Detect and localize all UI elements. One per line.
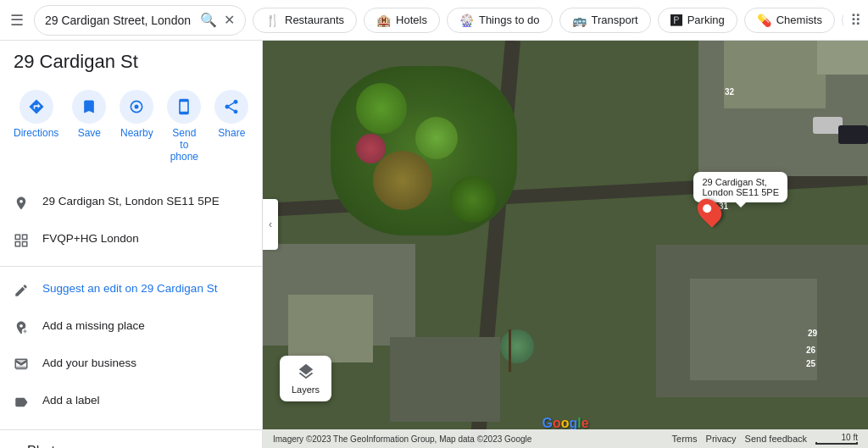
chemists-icon: 💊 [757, 14, 771, 27]
nearby-button[interactable]: Nearby [113, 86, 160, 166]
svg-rect-3 [23, 235, 27, 239]
send-to-phone-button[interactable]: Send tophone [160, 86, 208, 166]
divider-2 [0, 266, 262, 267]
plus-code-text: FVQP+HG London [42, 232, 139, 245]
action-buttons: Directions Save Nearby Send tophone [0, 80, 262, 169]
close-icon[interactable]: ✕ [224, 12, 235, 28]
directions-label: Directions [14, 127, 58, 139]
svg-rect-4 [15, 242, 19, 246]
add-business-item[interactable]: Add your business [0, 348, 262, 385]
filter-tab-chemists[interactable]: 💊 Chemists [744, 8, 835, 33]
left-panel: 29 Cardigan St Directions Save Nearby [0, 41, 263, 448]
nearby-label: Nearby [120, 127, 153, 139]
photos-section-title: Photos [14, 434, 83, 448]
add-label-text: Add a label [42, 394, 100, 407]
save-label: Save [78, 127, 101, 139]
filter-tab-hotels[interactable]: 🏨 Hotels [364, 8, 440, 33]
send-to-phone-label: Send tophone [167, 127, 201, 163]
share-button[interactable]: Share [208, 86, 255, 166]
terms-link[interactable]: Terms [672, 434, 698, 444]
nearby-icon [120, 90, 153, 124]
directions-icon [19, 90, 53, 124]
map-label-25: 25 [806, 359, 815, 368]
top-bar: ☰ 🔍 ✕ 🍴 Restaurants 🏨 Hotels 🎡 Things to… [0, 0, 868, 41]
add-missing-place-text: Add a missing place [42, 319, 145, 332]
suggest-edit-text: Suggest an edit on 29 Cardigan St [42, 282, 217, 295]
filter-tab-transport[interactable]: 🚌 Transport [559, 8, 651, 33]
info-list: 29 Cardigan St, London SE11 5PE FVQP+HG … [0, 183, 262, 448]
address-item[interactable]: 29 Cardigan St, London SE11 5PE [0, 186, 262, 224]
layers-label: Layers [292, 384, 320, 395]
hotels-icon: 🏨 [376, 14, 391, 27]
search-icon[interactable]: 🔍 [200, 12, 217, 28]
layers-button[interactable]: Layers [280, 356, 331, 401]
send-to-phone-icon [167, 90, 201, 124]
restaurants-icon: 🍴 [265, 14, 280, 27]
plus-code-item[interactable]: FVQP+HG London [0, 224, 262, 259]
transport-icon: 🚌 [572, 14, 587, 27]
filter-tab-restaurants[interactable]: 🍴 Restaurants [253, 8, 357, 33]
scale-line [815, 442, 858, 445]
save-icon [72, 90, 106, 124]
place-title: 29 Cardigan St [0, 41, 262, 80]
main-content: 29 Cardigan St Directions Save Nearby [0, 41, 868, 448]
collapse-panel-button[interactable]: ‹ [263, 199, 278, 250]
filter-tab-things-to-do[interactable]: 🎡 Things to do [447, 8, 553, 33]
map-label-26: 26 [806, 346, 815, 355]
label-icon [14, 395, 29, 414]
map-label-32: 32 [725, 87, 734, 97]
parking-icon: 🅿 [670, 14, 682, 27]
search-box: 🔍 ✕ [34, 5, 246, 36]
plus-code-icon [14, 233, 29, 251]
layers-icon [297, 362, 315, 381]
imagery-attribution: Imagery ©2023 The GeoInformation Group, … [273, 434, 531, 444]
map-pin [699, 197, 720, 224]
svg-point-1 [135, 105, 139, 109]
filter-tab-atms[interactable]: 💳 ATMs [842, 8, 843, 33]
scale-bar: 10 ft [815, 433, 858, 445]
edit-icon [14, 283, 29, 302]
svg-rect-2 [15, 235, 19, 239]
map-background: 32 31 29 26 25 29 Cardigan St, London SE… [263, 41, 868, 448]
add-business-text: Add your business [42, 357, 136, 369]
directions-button[interactable]: Directions [7, 86, 65, 166]
address-text: 29 Cardigan St, London SE11 5PE [42, 195, 220, 207]
pin-tooltip-line2: London SE11 5PE [702, 187, 779, 197]
map-area[interactable]: 32 31 29 26 25 29 Cardigan St, London SE… [263, 41, 868, 448]
add-missing-place-item[interactable]: Add a missing place [0, 311, 262, 348]
save-button[interactable]: Save [65, 86, 113, 166]
suggest-edit-item[interactable]: Suggest an edit on 29 Cardigan St [0, 274, 262, 311]
divider-3 [0, 429, 262, 430]
apps-grid-icon[interactable]: ⠿ [850, 11, 861, 30]
map-attribution-bar: Imagery ©2023 The GeoInformation Group, … [263, 429, 868, 448]
share-icon [214, 90, 248, 124]
scale-label: 10 ft [842, 433, 858, 442]
privacy-link[interactable]: Privacy [706, 434, 737, 444]
add-business-icon [14, 357, 29, 377]
share-label: Share [218, 127, 245, 139]
map-label-29: 29 [808, 329, 817, 338]
add-label-item[interactable]: Add a label [0, 385, 262, 423]
send-feedback-link[interactable]: Send feedback [745, 434, 807, 444]
filter-tab-parking[interactable]: 🅿 Parking [658, 8, 737, 33]
search-input[interactable] [45, 14, 193, 27]
svg-rect-5 [23, 242, 27, 246]
hamburger-menu-icon[interactable]: ☰ [7, 8, 27, 33]
pin-tooltip-line1: 29 Cardigan St, [702, 177, 779, 187]
add-missing-place-icon [14, 320, 29, 340]
location-pin-icon [14, 196, 29, 215]
things-icon: 🎡 [459, 14, 474, 27]
